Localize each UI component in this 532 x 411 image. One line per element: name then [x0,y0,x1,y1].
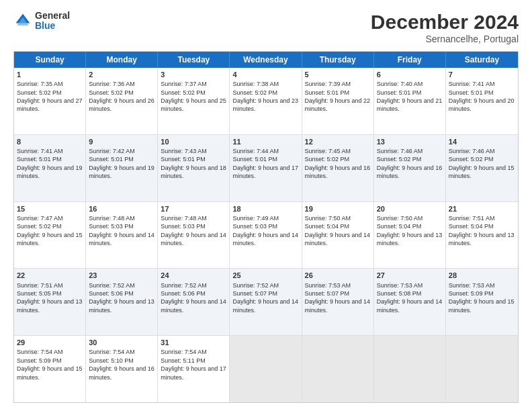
header-day-sunday: Sunday [14,52,86,68]
day-number: 13 [377,137,443,146]
day-cell-11: 11Sunrise: 7:44 AMSunset: 5:01 PMDayligh… [230,135,302,201]
day-number: 31 [161,338,226,347]
calendar-row-4: 22Sunrise: 7:51 AMSunset: 5:05 PMDayligh… [14,269,518,336]
day-cell-17: 17Sunrise: 7:48 AMSunset: 5:03 PMDayligh… [158,202,230,269]
calendar-row-2: 8Sunrise: 7:41 AMSunset: 5:01 PMDaylight… [14,135,518,202]
day-cell-16: 16Sunrise: 7:48 AMSunset: 5:03 PMDayligh… [86,202,158,269]
cell-info: Sunrise: 7:51 AMSunset: 5:05 PMDaylight:… [17,282,83,314]
day-number: 12 [305,137,371,146]
day-number: 23 [89,271,154,280]
day-number: 19 [305,204,371,214]
cell-info: Sunrise: 7:50 AMSunset: 5:04 PMDaylight:… [305,215,371,246]
empty-cell [374,336,446,402]
calendar: SundayMondayTuesdayWednesdayThursdayFrid… [13,51,519,403]
cell-info: Sunrise: 7:45 AMSunset: 5:02 PMDaylight:… [305,148,371,179]
day-cell-2: 2Sunrise: 7:36 AMSunset: 5:02 PMDaylight… [86,68,158,134]
cell-info: Sunrise: 7:38 AMSunset: 5:02 PMDaylight:… [232,81,298,112]
day-number: 6 [377,70,443,79]
logo-general-text: General [35,11,70,21]
location: Sernancelhe, Portugal [371,34,519,44]
cell-info: Sunrise: 7:35 AMSunset: 5:02 PMDaylight:… [17,81,83,112]
day-number: 27 [377,271,443,280]
day-cell-13: 13Sunrise: 7:46 AMSunset: 5:02 PMDayligh… [374,135,446,201]
day-number: 8 [17,137,83,146]
day-number: 7 [449,70,515,79]
day-number: 22 [17,271,83,280]
day-cell-18: 18Sunrise: 7:49 AMSunset: 5:03 PMDayligh… [230,202,302,269]
day-number: 30 [89,338,154,347]
day-number: 15 [17,204,83,214]
day-number: 9 [89,137,154,146]
cell-info: Sunrise: 7:51 AMSunset: 5:04 PMDaylight:… [449,215,515,246]
day-number: 3 [161,70,226,79]
day-cell-3: 3Sunrise: 7:37 AMSunset: 5:02 PMDaylight… [158,68,230,134]
cell-info: Sunrise: 7:41 AMSunset: 5:01 PMDaylight:… [449,81,515,112]
day-number: 26 [305,271,371,280]
day-cell-23: 23Sunrise: 7:52 AMSunset: 5:06 PMDayligh… [86,269,158,335]
day-number: 24 [161,271,226,280]
day-cell-24: 24Sunrise: 7:52 AMSunset: 5:06 PMDayligh… [158,269,230,335]
day-cell-7: 7Sunrise: 7:41 AMSunset: 5:01 PMDaylight… [446,68,518,134]
calendar-row-1: 1Sunrise: 7:35 AMSunset: 5:02 PMDaylight… [14,68,518,135]
cell-info: Sunrise: 7:49 AMSunset: 5:03 PMDaylight:… [232,215,298,246]
day-cell-5: 5Sunrise: 7:39 AMSunset: 5:01 PMDaylight… [302,68,374,134]
calendar-row-3: 15Sunrise: 7:47 AMSunset: 5:02 PMDayligh… [14,202,518,269]
cell-info: Sunrise: 7:52 AMSunset: 5:06 PMDaylight:… [161,282,226,314]
calendar-row-5: 29Sunrise: 7:54 AMSunset: 5:09 PMDayligh… [14,336,518,402]
day-cell-9: 9Sunrise: 7:42 AMSunset: 5:01 PMDaylight… [86,135,158,201]
day-number: 1 [17,70,83,79]
day-cell-21: 21Sunrise: 7:51 AMSunset: 5:04 PMDayligh… [446,202,518,269]
cell-info: Sunrise: 7:42 AMSunset: 5:01 PMDaylight:… [89,148,154,179]
cell-info: Sunrise: 7:50 AMSunset: 5:04 PMDaylight:… [377,215,443,246]
cell-info: Sunrise: 7:53 AMSunset: 5:08 PMDaylight:… [377,282,443,314]
day-cell-30: 30Sunrise: 7:54 AMSunset: 5:10 PMDayligh… [86,336,158,402]
cell-info: Sunrise: 7:47 AMSunset: 5:02 PMDaylight:… [17,215,83,246]
cell-info: Sunrise: 7:46 AMSunset: 5:02 PMDaylight:… [377,148,443,179]
day-cell-4: 4Sunrise: 7:38 AMSunset: 5:02 PMDaylight… [230,68,302,134]
empty-cell [302,336,374,402]
header-day-tuesday: Tuesday [158,52,230,68]
cell-info: Sunrise: 7:48 AMSunset: 5:03 PMDaylight:… [89,215,154,246]
header: General Blue December 2024 Sernancelhe, … [13,11,519,44]
cell-info: Sunrise: 7:53 AMSunset: 5:07 PMDaylight:… [305,282,371,314]
day-cell-29: 29Sunrise: 7:54 AMSunset: 5:09 PMDayligh… [14,336,86,402]
day-number: 17 [161,204,226,214]
day-cell-20: 20Sunrise: 7:50 AMSunset: 5:04 PMDayligh… [374,202,446,269]
cell-info: Sunrise: 7:54 AMSunset: 5:11 PMDaylight:… [161,349,226,380]
day-number: 20 [377,204,443,214]
calendar-header: SundayMondayTuesdayWednesdayThursdayFrid… [14,52,518,68]
header-day-thursday: Thursday [302,52,374,68]
day-cell-19: 19Sunrise: 7:50 AMSunset: 5:04 PMDayligh… [302,202,374,269]
cell-info: Sunrise: 7:44 AMSunset: 5:01 PMDaylight:… [232,148,298,179]
day-cell-22: 22Sunrise: 7:51 AMSunset: 5:05 PMDayligh… [14,269,86,335]
header-day-wednesday: Wednesday [230,52,302,68]
cell-info: Sunrise: 7:39 AMSunset: 5:01 PMDaylight:… [305,81,371,112]
day-number: 4 [232,70,298,79]
logo: General Blue [13,11,70,32]
month-title: December 2024 [371,11,519,34]
cell-info: Sunrise: 7:36 AMSunset: 5:02 PMDaylight:… [89,81,154,112]
day-number: 14 [449,137,515,146]
day-cell-8: 8Sunrise: 7:41 AMSunset: 5:01 PMDaylight… [14,135,86,201]
day-number: 18 [232,204,298,214]
cell-info: Sunrise: 7:41 AMSunset: 5:01 PMDaylight:… [17,148,83,179]
day-number: 11 [232,137,298,146]
day-number: 16 [89,204,154,214]
day-number: 2 [89,70,154,79]
cell-info: Sunrise: 7:43 AMSunset: 5:01 PMDaylight:… [161,148,226,179]
cell-info: Sunrise: 7:53 AMSunset: 5:09 PMDaylight:… [449,282,515,314]
day-cell-28: 28Sunrise: 7:53 AMSunset: 5:09 PMDayligh… [446,269,518,335]
empty-cell [230,336,302,402]
header-day-friday: Friday [374,52,446,68]
day-cell-15: 15Sunrise: 7:47 AMSunset: 5:02 PMDayligh… [14,202,86,269]
logo-text: General Blue [35,11,70,32]
day-number: 5 [305,70,371,79]
cell-info: Sunrise: 7:52 AMSunset: 5:07 PMDaylight:… [232,282,298,314]
day-number: 21 [449,204,515,214]
day-number: 10 [161,137,226,146]
page: General Blue December 2024 Sernancelhe, … [0,0,532,411]
cell-info: Sunrise: 7:54 AMSunset: 5:09 PMDaylight:… [17,349,83,380]
cell-info: Sunrise: 7:48 AMSunset: 5:03 PMDaylight:… [161,215,226,246]
empty-cell [446,336,518,402]
logo-blue-text: Blue [35,21,70,31]
